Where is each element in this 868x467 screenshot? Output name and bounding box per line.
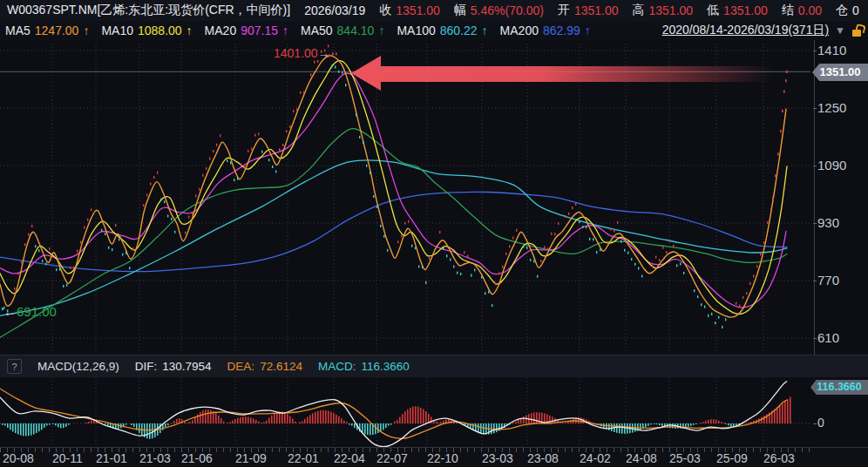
y-axis-label: 1410 <box>817 43 846 58</box>
macd-indicator-row: ? MACD(12,26,9) DIF:130.7954 DEA:72.6124… <box>0 355 868 377</box>
top-info-bar: W00367SPT.NM[乙烯:东北亚:现货价(CFR，中间价)] 2026/0… <box>0 0 868 21</box>
ma-indicator-row: MA51247.00↑ MA101088.00↑ MA20907.15↑ MA5… <box>0 21 868 40</box>
x-axis-label: 21-03 <box>139 451 171 465</box>
x-axis: 20-0820-1121-0121-0321-0621-0922-0122-04… <box>0 447 868 467</box>
field-change: 幅5.46%(70.00) <box>454 3 544 18</box>
peak-price-annotation: 1401.00→ <box>274 46 330 60</box>
field-high: 高1351.00 <box>633 3 694 18</box>
x-axis-label: 20-08 <box>3 451 34 465</box>
close-price-badge: 1351.00 <box>812 64 868 81</box>
trading-app-window: { "window": { "title": "W00367SPT.NM[乙烯:… <box>0 0 868 467</box>
x-axis-label: 20-11 <box>52 451 83 465</box>
y-axis-label: 610 <box>817 330 839 346</box>
ma200-reading: MA200862.99↑ <box>500 24 591 37</box>
macd-zero-label: 0 <box>817 416 824 430</box>
y-axis-label: 770 <box>817 273 839 288</box>
up-arrow-icon: ↑ <box>186 24 193 37</box>
price-chart-canvas[interactable] <box>0 40 868 355</box>
field-close: 收1351.00 <box>379 3 440 18</box>
field-settle: 结0.00 <box>782 3 822 18</box>
up-arrow-icon: ↑ <box>282 24 288 37</box>
x-axis-label: 21-01 <box>96 451 127 465</box>
x-axis-label: 25-03 <box>669 451 701 465</box>
up-arrow-icon: ↑ <box>378 24 384 37</box>
field-open: 开1351.00 <box>558 3 619 18</box>
macd-value-badge: 116.3660 <box>810 380 868 395</box>
y-axis-label: 1250 <box>817 100 846 116</box>
dea-reading: DEA:72.6124 <box>227 360 302 373</box>
right-arrow-icon: → <box>318 46 330 60</box>
up-arrow-icon: ↑ <box>482 24 488 37</box>
field-open-interest: 仓0 <box>836 3 859 18</box>
macd-params: MACD(12,26,9) <box>37 360 119 373</box>
field-low: 低1351.00 <box>707 3 768 18</box>
red-arrow-annotation <box>351 56 774 91</box>
dif-reading: DIF:130.7954 <box>135 360 212 373</box>
x-axis-label: 23-03 <box>482 451 513 465</box>
first-price-annotation: ←691.00 <box>3 304 57 319</box>
up-arrow-icon: ↑ <box>83 24 89 37</box>
x-axis-label: 21-09 <box>235 451 267 465</box>
macd-reading: MACD:116.3660 <box>318 360 410 373</box>
x-axis-label: 26-03 <box>763 451 795 465</box>
main-price-chart[interactable]: 1401.00→ ←691.00 1351.00 141012501090930… <box>0 40 868 355</box>
x-axis-label: 24-08 <box>626 451 657 465</box>
x-axis-label: 22-10 <box>427 451 458 465</box>
ma50-reading: MA50844.10↑ <box>301 24 384 37</box>
x-axis-label: 22-04 <box>334 451 365 465</box>
x-axis-label: 22-01 <box>288 451 319 465</box>
unlock-icon[interactable] <box>851 24 863 37</box>
instrument-title: W00367SPT.NM[乙烯:东北亚:现货价(CFR，中间价)] <box>7 3 290 18</box>
ma100-reading: MA100860.22↑ <box>397 24 487 37</box>
y-axis-label: 1090 <box>817 158 846 173</box>
x-axis-label: 22-07 <box>376 451 408 465</box>
macd-pane[interactable]: 116.3660 0 <box>0 377 868 447</box>
left-arrow-icon: ← <box>3 304 17 319</box>
macd-canvas[interactable] <box>0 377 868 447</box>
date-range-selector[interactable]: 2020/08/14-2026/03/19(371日) <box>662 23 829 38</box>
x-axis-label: 24-02 <box>580 451 611 465</box>
x-axis-label: 21-06 <box>181 451 213 465</box>
x-axis-label: 23-08 <box>527 451 559 465</box>
ma5-reading: MA51247.00↑ <box>5 24 89 37</box>
ma10-reading: MA101088.00↑ <box>101 24 192 37</box>
up-arrow-icon: ↑ <box>585 24 591 37</box>
quote-date: 2026/03/19 <box>304 3 365 17</box>
x-axis-label: 25-09 <box>716 451 748 465</box>
ma20-reading: MA20907.15↑ <box>205 24 288 37</box>
y-axis-label: 930 <box>817 215 839 231</box>
help-icon[interactable]: ? <box>7 359 22 374</box>
chevron-down-icon[interactable]: ▼ <box>835 24 845 37</box>
